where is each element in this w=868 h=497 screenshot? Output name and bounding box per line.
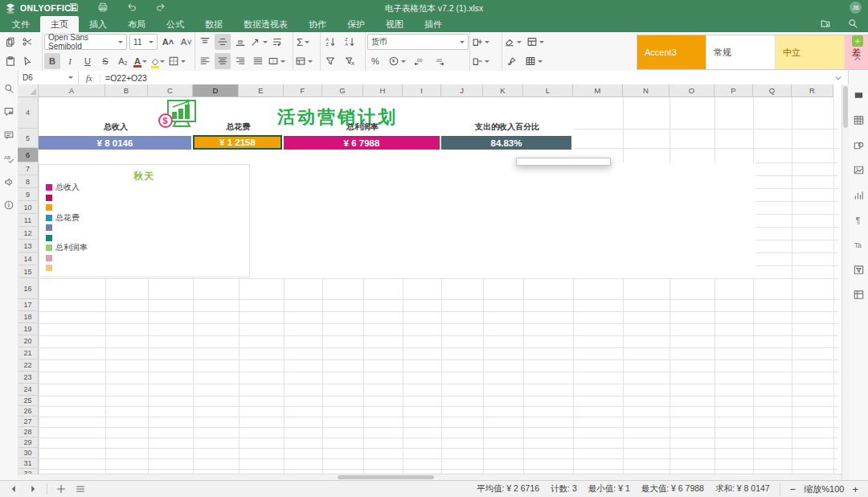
column-header-M[interactable]: M: [573, 84, 623, 97]
shape-settings-icon[interactable]: [849, 135, 868, 154]
row-header-7[interactable]: 7: [18, 162, 39, 175]
collapse-toolbar-button[interactable]: [852, 53, 863, 64]
formula-input[interactable]: =O22+O23: [100, 73, 833, 83]
conditional-format-button[interactable]: [526, 34, 544, 50]
about-icon[interactable]: [0, 195, 18, 215]
prev-sheet-button[interactable]: [8, 483, 19, 495]
row-header-17[interactable]: 17: [18, 299, 39, 311]
expand-formula-bar-button[interactable]: [833, 72, 849, 84]
row-header-14[interactable]: 14: [18, 253, 39, 265]
strikethrough-button[interactable]: S: [97, 53, 113, 69]
menu-tab-插入[interactable]: 插入: [79, 16, 117, 32]
pie-chart[interactable]: 秋天总收入总花费总利润率: [39, 164, 250, 277]
redo-button[interactable]: [155, 2, 166, 13]
percent-style-button[interactable]: %: [367, 53, 383, 69]
row-header-28[interactable]: 28: [18, 427, 39, 437]
column-header-K[interactable]: K: [483, 84, 523, 97]
wrap-text-button[interactable]: [269, 34, 285, 50]
row-header-8[interactable]: 8: [18, 175, 39, 188]
bold-button[interactable]: B: [44, 53, 60, 69]
row-header-19[interactable]: 19: [18, 323, 39, 335]
delete-cells-button[interactable]: [472, 53, 489, 69]
column-header-P[interactable]: P: [714, 84, 753, 97]
named-range-button[interactable]: [295, 53, 313, 69]
halign-right-button[interactable]: [232, 53, 248, 69]
column-header-N[interactable]: N: [623, 84, 669, 97]
zoom-in-button[interactable]: +: [852, 483, 858, 495]
clear-filter-button[interactable]: [342, 53, 358, 69]
column-header-E[interactable]: E: [239, 84, 284, 97]
column-header-D[interactable]: D: [193, 84, 239, 97]
column-header-B[interactable]: B: [105, 84, 148, 97]
row-header-4[interactable]: 4: [18, 97, 39, 129]
row-header-27[interactable]: 27: [18, 417, 39, 427]
pivot-settings-icon[interactable]: [849, 285, 868, 304]
row-header-23[interactable]: 23: [18, 372, 39, 384]
row-header-18[interactable]: 18: [18, 311, 39, 323]
horizontal-scrollbar[interactable]: [18, 474, 841, 480]
textart-settings-icon[interactable]: Ta: [849, 235, 868, 254]
slicer-settings-icon[interactable]: [849, 260, 868, 279]
sheet-list-button[interactable]: [75, 483, 86, 495]
save-button[interactable]: [68, 2, 80, 13]
decrease-decimal-button[interactable]: .00: [411, 53, 427, 69]
column-header-R[interactable]: R: [792, 84, 833, 97]
row-header-12[interactable]: 12: [18, 227, 39, 240]
vertical-scrollbar-thumb[interactable]: [843, 86, 848, 128]
search-button[interactable]: [847, 18, 858, 29]
search-icon[interactable]: [0, 79, 18, 98]
add-sheet-button[interactable]: [55, 483, 67, 495]
currency-style-button[interactable]: ¥: [388, 53, 406, 69]
menu-tab-主页[interactable]: 主页: [40, 16, 79, 32]
row-header-16[interactable]: 16: [18, 278, 39, 299]
decrease-font-button[interactable]: A˅: [178, 34, 194, 50]
undo-button[interactable]: [126, 2, 137, 13]
row-header-25[interactable]: 25: [18, 396, 39, 406]
valign-bottom-button[interactable]: [232, 34, 248, 50]
column-header-C[interactable]: C: [148, 84, 193, 97]
select-all-corner[interactable]: [18, 84, 39, 97]
zoom-out-button[interactable]: −: [790, 483, 796, 495]
row-header-11[interactable]: 11: [18, 214, 39, 227]
row-header-26[interactable]: 26: [18, 406, 39, 417]
column-header-I[interactable]: I: [403, 84, 441, 97]
row-header-24[interactable]: 24: [18, 384, 39, 396]
kpi-value-支出的收入百分比[interactable]: 84.83%: [441, 136, 571, 150]
row-header-5[interactable]: 5: [18, 129, 39, 148]
next-sheet-button[interactable]: [27, 483, 39, 495]
cell-style-中立[interactable]: 中立: [776, 35, 845, 69]
valign-middle-button[interactable]: [215, 34, 231, 50]
row-header-15[interactable]: 15: [18, 265, 39, 278]
borders-button[interactable]: [168, 53, 186, 69]
cell-settings-icon[interactable]: [849, 85, 868, 105]
menu-tab-公式[interactable]: 公式: [156, 16, 194, 32]
cut-button[interactable]: [19, 34, 35, 50]
kpi-value-总花费[interactable]: ¥ 1 2158: [193, 135, 282, 150]
column-header-F[interactable]: F: [284, 84, 322, 97]
row-header-31[interactable]: 31: [18, 458, 39, 469]
valign-top-button[interactable]: [197, 34, 213, 50]
kpi-value-总收入[interactable]: ¥ 8 0146: [39, 136, 191, 150]
paste-button[interactable]: [2, 53, 18, 69]
fill-color-button[interactable]: ◇: [150, 53, 166, 69]
column-header-Q[interactable]: Q: [753, 84, 792, 97]
menu-tab-插件[interactable]: 插件: [414, 16, 452, 32]
increase-font-button[interactable]: A˄: [160, 34, 176, 50]
italic-button[interactable]: I: [62, 53, 78, 69]
column-header-H[interactable]: H: [363, 84, 403, 97]
table-settings-icon[interactable]: [849, 110, 868, 129]
font-name-select[interactable]: Open Sans Semibold: [44, 34, 127, 50]
font-size-select[interactable]: 11: [129, 34, 158, 50]
sort-descending-button[interactable]: ZA: [342, 34, 358, 50]
menu-tab-保护[interactable]: 保护: [337, 16, 375, 32]
user-avatar[interactable]: JB: [850, 2, 862, 14]
row-header-30[interactable]: 30: [18, 448, 39, 458]
worksheet-area[interactable]: ABCDEFGHIJKLMNOPQR4567891011121314151617…: [18, 84, 849, 480]
paragraph-settings-icon[interactable]: ¶: [849, 210, 868, 229]
kpi-value-总利润率[interactable]: ¥ 6 7988: [284, 136, 440, 150]
chart-settings-icon[interactable]: [849, 185, 868, 204]
merge-cells-button[interactable]: [268, 53, 285, 69]
vertical-scrollbar[interactable]: [841, 84, 849, 480]
spellcheck-icon[interactable]: AB: [0, 149, 18, 168]
column-header-G[interactable]: G: [322, 84, 363, 97]
